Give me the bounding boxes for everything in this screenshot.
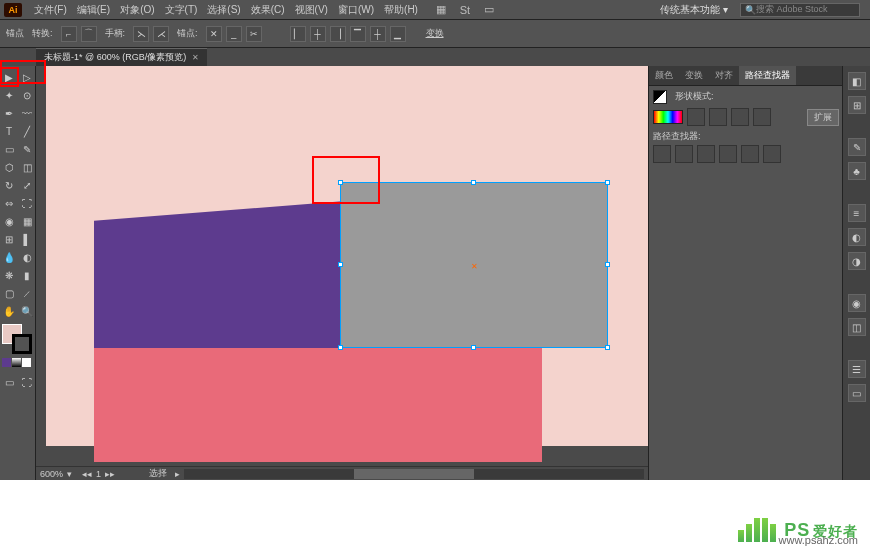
menu-view[interactable]: 视图(V) xyxy=(291,1,332,19)
canvas-area[interactable]: ✕ 600% ▾ ◂◂ 1 ▸▸ 选择 ▸ xyxy=(36,66,648,480)
align-left-icon[interactable]: ▏ xyxy=(290,26,306,42)
artboards-panel-icon[interactable]: ▭ xyxy=(848,384,866,402)
transparency-panel-icon[interactable]: ◑ xyxy=(848,252,866,270)
pen-tool[interactable]: ✒ xyxy=(0,104,18,122)
arrange-icon[interactable]: ▭ xyxy=(482,3,496,17)
scrollbar-thumb[interactable] xyxy=(354,469,474,479)
zoom-dropdown-icon[interactable]: ▾ xyxy=(67,469,72,479)
selection-handle[interactable] xyxy=(338,262,343,267)
free-transform-tool[interactable]: ⛶ xyxy=(18,194,36,212)
handle-show-icon[interactable]: ⋋ xyxy=(133,26,149,42)
selection-handle[interactable] xyxy=(605,345,610,350)
workspace-selector[interactable]: 传统基本功能 ▾ xyxy=(656,1,732,19)
connect-anchor-icon[interactable]: ⎯ xyxy=(226,26,242,42)
color-panel-icon[interactable]: ◧ xyxy=(848,72,866,90)
menu-edit[interactable]: 编辑(E) xyxy=(73,1,114,19)
rotate-tool[interactable]: ↻ xyxy=(0,176,18,194)
artboard-number[interactable]: 1 xyxy=(96,469,101,479)
minus-front-icon[interactable] xyxy=(709,108,727,126)
width-tool[interactable]: ⇔ xyxy=(0,194,18,212)
expand-button[interactable]: 扩展 xyxy=(807,109,839,126)
swatches-panel-icon[interactable]: ⊞ xyxy=(848,96,866,114)
align-top-icon[interactable]: ▔ xyxy=(350,26,366,42)
blend-tool[interactable]: ◐ xyxy=(18,248,36,266)
stock-search-input[interactable]: 🔍 搜索 Adobe Stock xyxy=(740,3,860,17)
handle-hide-icon[interactable]: ⋌ xyxy=(153,26,169,42)
selection-handle[interactable] xyxy=(605,262,610,267)
convert-corner-icon[interactable]: ⌐ xyxy=(61,26,77,42)
shape-builder-tool[interactable]: ◉ xyxy=(0,212,18,230)
curvature-tool[interactable]: 〰 xyxy=(18,104,36,122)
selection-handle[interactable] xyxy=(605,180,610,185)
graphic-styles-panel-icon[interactable]: ◫ xyxy=(848,318,866,336)
minus-back-icon[interactable] xyxy=(763,145,781,163)
paintbrush-tool[interactable]: ✎ xyxy=(18,140,36,158)
appearance-panel-icon[interactable]: ◉ xyxy=(848,294,866,312)
gradient-mode-swatch[interactable] xyxy=(12,358,21,367)
menu-object[interactable]: 对象(O) xyxy=(116,1,158,19)
transform-label[interactable]: 变换 xyxy=(426,27,444,40)
brushes-panel-icon[interactable]: ✎ xyxy=(848,138,866,156)
line-tool[interactable]: ╱ xyxy=(18,122,36,140)
slice-tool[interactable]: ⟋ xyxy=(18,284,36,302)
align-vcenter-icon[interactable]: ┼ xyxy=(370,26,386,42)
outline-icon[interactable] xyxy=(741,145,759,163)
panel-tab-pathfinder[interactable]: 路径查找器 xyxy=(739,66,796,85)
align-hcenter-icon[interactable]: ┼ xyxy=(310,26,326,42)
screen-mode-toggle-icon[interactable]: ⛶ xyxy=(18,373,36,391)
menu-type[interactable]: 文字(T) xyxy=(161,1,202,19)
purple-shape[interactable] xyxy=(94,200,358,348)
bridge-icon[interactable]: ▦ xyxy=(434,3,448,17)
selection-handle[interactable] xyxy=(471,345,476,350)
color-spectrum[interactable] xyxy=(653,110,683,124)
menu-help[interactable]: 帮助(H) xyxy=(380,1,422,19)
document-tab[interactable]: 未标题-1* @ 600% (RGB/像素预览) ✕ xyxy=(36,48,207,66)
symbols-panel-icon[interactable]: ♣ xyxy=(848,162,866,180)
type-tool[interactable]: T xyxy=(0,122,18,140)
pink-shape[interactable] xyxy=(94,348,542,462)
divide-icon[interactable] xyxy=(653,145,671,163)
gradient-tool[interactable]: ▌ xyxy=(18,230,36,248)
unite-icon[interactable] xyxy=(687,108,705,126)
panel-tab-align[interactable]: 对齐 xyxy=(709,66,739,85)
zoom-tool[interactable]: 🔍 xyxy=(18,302,36,320)
tab-close-icon[interactable]: ✕ xyxy=(192,53,199,62)
exclude-icon[interactable] xyxy=(753,108,771,126)
panel-tab-transform[interactable]: 变换 xyxy=(679,66,709,85)
fill-stroke-control[interactable] xyxy=(2,324,34,356)
artboard-tool[interactable]: ▢ xyxy=(0,284,18,302)
stroke-swatch[interactable] xyxy=(12,334,32,354)
shaper-tool[interactable]: ⬡ xyxy=(0,158,18,176)
menu-file[interactable]: 文件(F) xyxy=(30,1,71,19)
selection-handle[interactable] xyxy=(338,345,343,350)
merge-icon[interactable] xyxy=(697,145,715,163)
panel-tab-color[interactable]: 颜色 xyxy=(649,66,679,85)
symbol-sprayer-tool[interactable]: ❋ xyxy=(0,266,18,284)
fill-stroke-mini-icon[interactable] xyxy=(653,90,667,104)
column-graph-tool[interactable]: ▮ xyxy=(18,266,36,284)
menu-effect[interactable]: 效果(C) xyxy=(247,1,289,19)
layers-panel-icon[interactable]: ☰ xyxy=(848,360,866,378)
stroke-panel-icon[interactable]: ≡ xyxy=(848,204,866,222)
intersect-icon[interactable] xyxy=(731,108,749,126)
menu-window[interactable]: 窗口(W) xyxy=(334,1,378,19)
mesh-tool[interactable]: ⊞ xyxy=(0,230,18,248)
horizontal-scrollbar[interactable] xyxy=(184,469,644,479)
menu-select[interactable]: 选择(S) xyxy=(203,1,244,19)
crop-icon[interactable] xyxy=(719,145,737,163)
stock-icon[interactable]: St xyxy=(458,3,472,17)
selection-handle[interactable] xyxy=(471,180,476,185)
eraser-tool[interactable]: ◫ xyxy=(18,158,36,176)
align-right-icon[interactable]: ▕ xyxy=(330,26,346,42)
rectangle-tool[interactable]: ▭ xyxy=(0,140,18,158)
eyedropper-tool[interactable]: 💧 xyxy=(0,248,18,266)
color-mode-swatch[interactable] xyxy=(2,358,11,367)
align-bottom-icon[interactable]: ▁ xyxy=(390,26,406,42)
magic-wand-tool[interactable]: ✦ xyxy=(0,86,18,104)
lasso-tool[interactable]: ⊙ xyxy=(18,86,36,104)
hand-tool[interactable]: ✋ xyxy=(0,302,18,320)
cut-path-icon[interactable]: ✂ xyxy=(246,26,262,42)
artboard[interactable]: ✕ xyxy=(46,66,648,446)
none-mode-swatch[interactable] xyxy=(22,358,31,367)
selected-grey-shape[interactable]: ✕ xyxy=(340,182,608,348)
